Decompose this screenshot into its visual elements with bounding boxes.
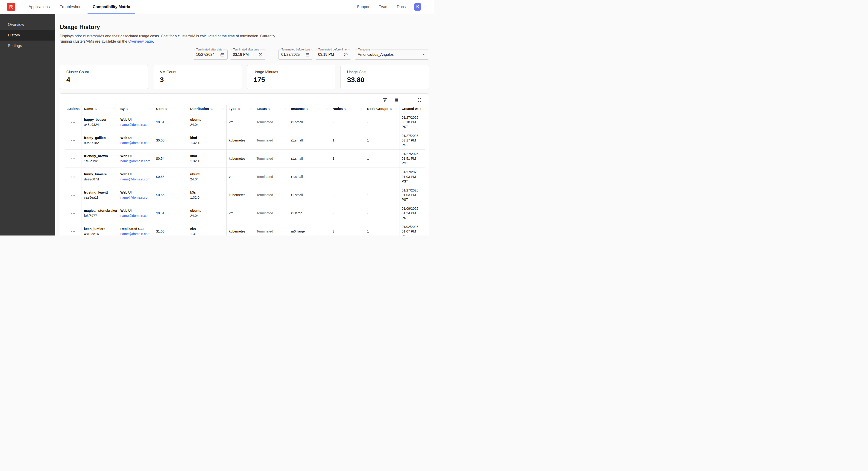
status-cell: Terminated <box>254 186 289 204</box>
cost-value: $0.66 <box>156 193 164 197</box>
cost-cell: $0.51 <box>154 204 188 222</box>
column-header-name[interactable]: Name⇅= <box>82 105 118 113</box>
table-row: ••• happy_beavera48d9324 Web UIname@doma… <box>65 113 425 131</box>
row-more-options-button[interactable]: ••• <box>70 211 77 215</box>
created-time: 01:03 PM PST <box>402 193 423 202</box>
distribution-cell: kind1.32.1 <box>188 149 226 168</box>
email-link[interactable]: name@domain.com <box>121 232 150 235</box>
status-cell: Terminated <box>254 131 289 149</box>
distribution-cell: ubuntu24.04 <box>188 113 226 131</box>
by-cell: Web UIname@domain.com <box>118 131 154 149</box>
filter-bar: Terminated after date 10/27/2024 Termina… <box>60 50 429 60</box>
cluster-id: 4819de16 <box>84 232 116 235</box>
column-resize-handle-icon[interactable]: = <box>149 107 151 111</box>
table-row: ••• friendly_brown1f40a19e Web UIname@do… <box>65 149 425 168</box>
row-more-options-button[interactable]: ••• <box>70 193 77 197</box>
field-value: 03:19 PM <box>233 53 249 57</box>
column-resize-handle-icon[interactable]: = <box>326 107 328 111</box>
column-resize-handle-icon[interactable]: = <box>183 107 185 111</box>
column-header-node-groups[interactable]: Node Groups⇅= <box>365 105 399 113</box>
column-header-nodes[interactable]: Nodes⇅= <box>330 105 365 113</box>
nav-link-team[interactable]: Team <box>379 5 389 9</box>
terminated-after-time-input[interactable]: Terminated after time 03:19 PM <box>230 50 266 60</box>
clock-icon[interactable] <box>341 52 348 57</box>
column-label: Type <box>229 107 237 111</box>
sidebar-item-history[interactable]: History <box>0 30 55 40</box>
column-label: Cost <box>156 107 163 111</box>
email-link[interactable]: name@domain.com <box>121 141 150 145</box>
cost-cell: $0.51 <box>154 113 188 131</box>
column-resize-handle-icon[interactable]: = <box>395 107 397 111</box>
created-date: 01/09/2025 <box>402 206 423 211</box>
row-more-options-button[interactable]: ••• <box>70 156 77 161</box>
cost-cell: $1.06 <box>154 222 188 235</box>
calendar-icon[interactable] <box>218 52 225 57</box>
sidebar-item-overview[interactable]: Overview <box>0 19 55 30</box>
clock-icon[interactable] <box>256 52 263 57</box>
terminated-after-date-input[interactable]: Terminated after date 10/27/2024 <box>193 50 227 60</box>
sort-icon: ⇅ <box>165 107 167 111</box>
columns-icon[interactable] <box>394 97 399 103</box>
row-more-options-button[interactable]: ••• <box>70 175 77 179</box>
field-value: America/Los_Angeles <box>358 53 394 57</box>
row-more-options-button[interactable]: ••• <box>70 229 77 234</box>
sidebar-item-settings[interactable]: Settings <box>0 40 55 51</box>
nav-item-troubleshoot[interactable]: Troubleshoot <box>55 0 88 13</box>
distribution-name: kind <box>190 136 224 140</box>
top-navbar: R Applications Troubleshoot Compatibilit… <box>0 0 434 14</box>
stat-card-usage-cost: Usage Cost $3.80 <box>340 65 429 89</box>
email-link[interactable]: name@domain.com <box>121 213 150 218</box>
column-header-distribution[interactable]: Distribution⇅= <box>188 105 226 113</box>
email-link[interactable]: name@domain.com <box>121 159 150 164</box>
cost-value: $0.54 <box>156 157 164 160</box>
column-resize-handle-icon[interactable]: = <box>284 107 286 111</box>
density-icon[interactable] <box>405 97 411 103</box>
created-at-cell: 01/27/202501:03 PM PST <box>399 186 425 204</box>
nav-link-support[interactable]: Support <box>357 5 371 9</box>
name-cell: frosty_galileo995b7182 <box>82 131 118 149</box>
node-groups-cell: 1 <box>365 222 399 235</box>
avatar[interactable]: K <box>414 3 421 10</box>
column-resize-handle-icon[interactable]: = <box>222 107 224 111</box>
created-by-source: Web UI <box>121 136 151 140</box>
column-header-type[interactable]: Type⇅= <box>226 105 254 113</box>
actions-cell: ••• <box>65 131 82 149</box>
column-resize-handle-icon[interactable]: = <box>250 107 252 111</box>
replicated-logo[interactable]: R <box>7 3 15 11</box>
row-more-options-button[interactable]: ••• <box>70 138 77 143</box>
nav-item-compatibility-matrix[interactable]: Compatibility Matrix <box>88 0 135 13</box>
email-link[interactable]: name@domain.com <box>121 122 150 127</box>
column-header-by[interactable]: By⇅= <box>118 105 154 113</box>
nav-item-applications[interactable]: Applications <box>24 0 55 13</box>
filter-icon[interactable] <box>382 97 388 103</box>
terminated-before-date-input[interactable]: Terminated before date 01/27/2025 <box>278 50 313 60</box>
created-time: 01:03 PM PST <box>402 174 423 184</box>
email-link[interactable]: name@domain.com <box>121 195 150 200</box>
overview-page-link[interactable]: Overview page <box>128 39 153 43</box>
column-header-status[interactable]: Status⇅= <box>254 105 289 113</box>
terminated-before-pair: Terminated before date 01/27/2025 Termin… <box>278 50 351 60</box>
nav-link-docs[interactable]: Docs <box>397 5 406 9</box>
distribution-name: eks <box>190 227 224 231</box>
column-label: Name <box>84 107 93 111</box>
account-menu[interactable]: K <box>414 3 427 10</box>
fullscreen-icon[interactable] <box>417 97 422 103</box>
email-link[interactable]: name@domain.com <box>121 177 150 182</box>
column-header-cost[interactable]: Cost⇅= <box>154 105 188 113</box>
created-time: 01:51 PM PST <box>402 156 423 166</box>
created-time: 01:07 PM PST <box>402 229 423 235</box>
calendar-icon[interactable] <box>303 52 310 57</box>
cost-cell: $0.54 <box>154 149 188 168</box>
timezone-select[interactable]: Timezone America/Los_Angeles <box>355 50 429 60</box>
column-header-created-at[interactable]: Created At↓ <box>399 105 425 113</box>
created-date: 01/27/2025 <box>402 152 423 156</box>
sort-icon: ⇅ <box>210 107 213 111</box>
name-cell: magical_stonebrakerfe3f8977 <box>82 204 118 222</box>
column-header-instance[interactable]: Instance⇅= <box>289 105 330 113</box>
column-label: Distribution <box>190 107 209 111</box>
distribution-version: 1.32.1 <box>190 159 224 164</box>
column-resize-handle-icon[interactable]: = <box>360 107 362 111</box>
row-more-options-button[interactable]: ••• <box>70 120 77 124</box>
column-resize-handle-icon[interactable]: = <box>114 107 116 111</box>
terminated-before-time-input[interactable]: Terminated before time 03:19 PM <box>315 50 351 60</box>
